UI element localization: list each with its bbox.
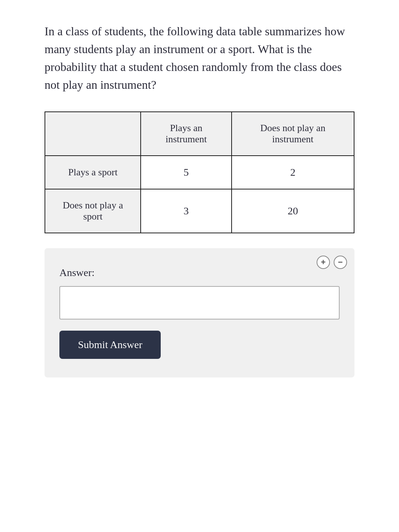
cell-no-sport-no-instrument: 20 — [232, 189, 354, 233]
col-header-does-not-play-instrument: Does not play an instrument — [232, 112, 354, 156]
remove-button[interactable]: − — [334, 256, 347, 269]
cell-plays-sport-no-instrument: 2 — [232, 156, 354, 189]
col-header-plays-instrument: Plays an instrument — [141, 112, 231, 156]
cell-no-sport-plays-instrument: 3 — [141, 189, 231, 233]
cell-plays-sport-plays-instrument: 5 — [141, 156, 231, 189]
answer-input[interactable] — [59, 286, 340, 319]
row-header-plays-sport: Plays a sport — [45, 156, 141, 189]
table-corner-cell — [45, 112, 141, 156]
table-row: Plays a sport 5 2 — [45, 156, 354, 189]
answer-controls: + − — [317, 256, 347, 269]
page-container: In a class of students, the following da… — [0, 0, 399, 532]
row-header-no-sport: Does not play a sport — [45, 189, 141, 233]
question-text: In a class of students, the following da… — [45, 22, 354, 94]
answer-label: Answer: — [59, 267, 340, 279]
add-button[interactable]: + — [317, 256, 330, 269]
submit-button[interactable]: Submit Answer — [59, 331, 161, 359]
table-row: Does not play a sport 3 20 — [45, 189, 354, 233]
data-table: Plays an instrument Does not play an ins… — [45, 111, 354, 233]
answer-section: + − Answer: Submit Answer — [45, 248, 354, 377]
